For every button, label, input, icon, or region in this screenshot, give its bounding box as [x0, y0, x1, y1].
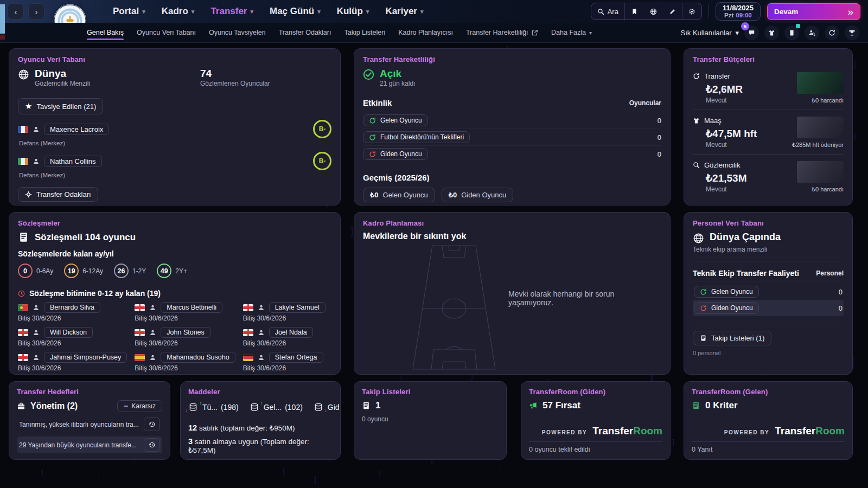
search-button[interactable]: Ara [591, 3, 624, 20]
forward-button[interactable]: › [28, 3, 44, 20]
transferroom-in-footer: 0 Yanıt [692, 442, 845, 453]
tab-kadro-planlayicisi[interactable]: Kadro Planlayıcısı [398, 24, 453, 41]
tab-label: Takip Listeleri [344, 29, 385, 36]
activity-row-outgoing[interactable]: Giden Oyuncu 0 [363, 145, 661, 162]
player-face-icon [149, 304, 156, 311]
panel-title: TransferRoom (Giden) [529, 388, 662, 396]
card-icon [788, 29, 795, 36]
staff-shortlists-button[interactable]: Takip Listeleri (1) [693, 331, 771, 345]
player-position: Defans (Merkez) [19, 172, 331, 178]
budget-note: ₺285M hft ödeniyor [792, 142, 844, 149]
panel-title: Transfer Hareketliliği [363, 55, 661, 63]
tab-oyuncu-veri-tabani[interactable]: Oyuncu Veri Tabanı [137, 24, 196, 41]
continue-button[interactable]: Devam » [767, 3, 860, 20]
clauses-tab-incoming[interactable]: ↑ Gel... (102) [250, 402, 303, 412]
messages-button[interactable]: 5 [744, 25, 759, 40]
activity-row-incoming[interactable]: Gelen Oyuncu 0 [363, 112, 661, 129]
nav-kadro-label: Kadro [162, 6, 188, 17]
back-button[interactable]: ‹ [8, 3, 24, 20]
tab-transfer-hareketliligi[interactable]: Transfer Hareketliliği [466, 24, 538, 41]
staff-row-incoming[interactable]: Gelen Oyuncu 0 [693, 284, 844, 300]
board-stance-chip[interactable]: Kararsız [117, 400, 162, 412]
nation-flag [135, 354, 145, 361]
nav-kulup[interactable]: Kulüp▾ [337, 6, 369, 17]
clauses-tab-count: (102) [285, 403, 303, 412]
briefcase-icon [17, 402, 25, 410]
panel-title: Oyuncu Veri Tabanı [18, 55, 331, 63]
tab-transfer-odaklari[interactable]: Transfer Odakları [279, 24, 331, 41]
target-history-button[interactable] [144, 438, 160, 452]
scouting-button[interactable] [805, 25, 819, 40]
nav-kadro[interactable]: Kadro▾ [162, 6, 195, 17]
budget-sub: Mevcut [706, 185, 780, 193]
player-name[interactable]: Joel Ndala [269, 327, 313, 338]
staff-row-value: 0 [839, 288, 843, 296]
nation-flag [135, 329, 145, 336]
world-button[interactable] [644, 3, 663, 20]
player-name[interactable]: Lakyle Samuel [269, 302, 326, 313]
nav-kariyer[interactable]: Kariyer▾ [385, 6, 423, 17]
fm-transfer-overview-screen: ‹ › Portal▾ Kadro▾ Transfer▾ Maç Günü▾ K… [0, 0, 868, 488]
target-history-button[interactable] [144, 418, 160, 431]
history-in-chip[interactable]: ₺0 Gelen Oyuncu [363, 188, 435, 202]
player-name[interactable]: Marcus Bettinelli [161, 302, 222, 313]
tab-oyuncu-tavsiyeleri[interactable]: Oyuncu Tavsiyeleri [209, 24, 266, 41]
competitions-button[interactable] [845, 25, 859, 40]
nav-mac-gunu[interactable]: Maç Günü▾ [270, 6, 321, 17]
notes-button[interactable] [625, 3, 644, 20]
settings-button[interactable] [682, 3, 701, 20]
tab-label: Daha Fazla [551, 29, 586, 36]
globe-icon [693, 233, 704, 244]
player-name[interactable]: Will Dickson [44, 327, 93, 338]
tab-label: Transfer Odakları [279, 29, 331, 36]
target-row[interactable]: Tanınmış, yüksek itibarlı oyuncuların tr… [17, 416, 162, 433]
favorites-dropdown[interactable]: Sık Kullanılanlar▾ [681, 29, 739, 37]
recommended-player-row[interactable]: Nathan Collins B- [18, 152, 331, 170]
transfer-focuses-button[interactable]: Transfer Odakları [18, 187, 98, 202]
squad-button[interactable] [764, 25, 779, 40]
staff-row-value: 0 [839, 304, 843, 312]
target-row[interactable]: 29 Yaşından büyük oyuncuların transfe... [17, 436, 162, 453]
nav-transfer[interactable]: Transfer▾ [210, 6, 253, 17]
player-name[interactable]: John Stones [161, 327, 210, 338]
player-name[interactable]: Maxence Lacroix [44, 124, 109, 135]
scouted-label: Gözlemlenen Oyuncular [200, 80, 270, 87]
activity-row-dof-offers[interactable]: Futbol Direktörü'nün Teklifleri 0 [363, 129, 661, 145]
player-name[interactable]: Stefan Ortega [269, 352, 323, 363]
chevron-down-icon: ▾ [317, 8, 321, 15]
history-out-chip[interactable]: ₺0 Giden Oyuncu [442, 188, 514, 202]
chevron-down-icon: ▾ [366, 8, 369, 15]
reports-button[interactable] [784, 25, 799, 40]
transfers-button[interactable] [825, 25, 839, 40]
tab-takip-listeleri[interactable]: Takip Listeleri [344, 24, 385, 41]
edge-strip-blue [0, 4, 5, 34]
tab-daha-fazla[interactable]: Daha Fazla▾ [551, 24, 592, 41]
edit-button[interactable] [663, 3, 682, 20]
player-name[interactable]: Jahmai Simpson-Pusey [44, 352, 127, 363]
gear-icon [688, 8, 695, 15]
clauses-tab-all[interactable]: ↑↓ Tü... (198) [188, 402, 239, 412]
nav-portal[interactable]: Portal▾ [113, 6, 145, 17]
player-name[interactable]: Mahamadou Susoho [161, 352, 235, 363]
staff-row-outgoing[interactable]: Giden Oyuncu 0 [693, 300, 844, 316]
budget-note: ₺0 harcandı [812, 97, 844, 104]
date-display[interactable]: 11/8/2025 Pzt09:00 [716, 2, 761, 21]
chevron-down-icon: ▾ [735, 29, 739, 37]
reports-badge-dot [796, 24, 800, 28]
clauses-tab-outgoing[interactable]: ↓ Gid... (96) [314, 402, 341, 412]
contracted-count-headline: Sözleşmeli 104 oyuncu [35, 232, 136, 243]
nation-flag [243, 329, 253, 336]
player-name[interactable]: Nathan Collins [44, 156, 102, 167]
recommended-players-button[interactable]: ★ Tavsiye Edilen (21) [18, 98, 103, 114]
expiring-player-cell: Bernardo Silva Bitiş 30/6/2026 [18, 302, 127, 322]
contract-expiry: Bitiş 30/6/2026 [243, 364, 331, 372]
board-targets-headline: Yönetim (2) [30, 401, 78, 411]
nation-flag [18, 354, 28, 361]
scout-icon [808, 29, 815, 36]
tab-genel-bakis[interactable]: Genel Bakış [87, 24, 124, 41]
player-name[interactable]: Bernardo Silva [44, 302, 100, 313]
powered-by-transferroom: POWERED BY TransferRoom [692, 425, 845, 437]
sub-nav-bar: Genel Bakış Oyuncu Veri Tabanı Oyuncu Ta… [0, 23, 868, 43]
panel-transferroom-out: TransferRoom (Giden) 57 Fırsat POWERED B… [521, 381, 671, 460]
recommended-player-row[interactable]: Maxence Lacroix B- [18, 120, 331, 138]
